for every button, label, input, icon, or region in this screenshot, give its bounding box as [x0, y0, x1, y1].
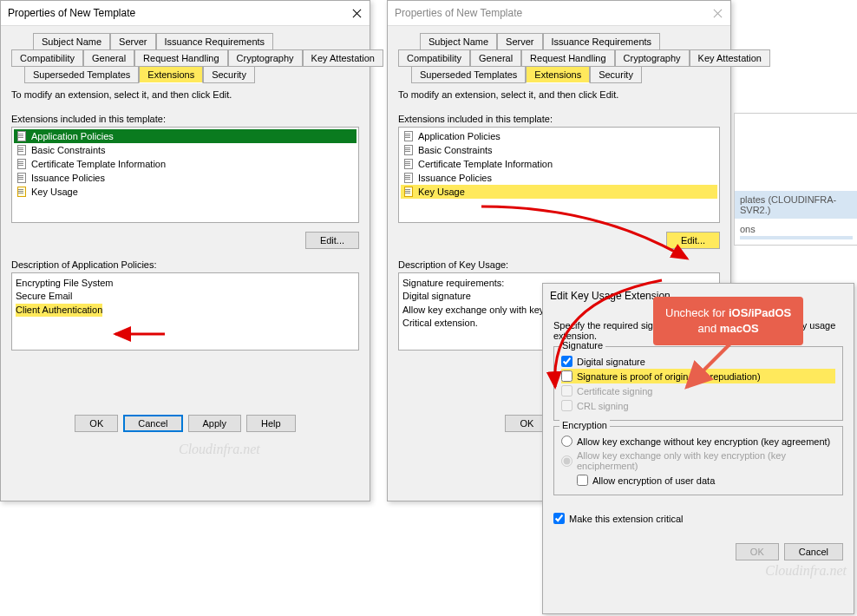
- close-icon[interactable]: [351, 8, 363, 19]
- title: Properties of New Template: [395, 7, 712, 19]
- tab-security[interactable]: Security: [203, 66, 255, 83]
- cert-icon: [16, 158, 28, 170]
- rd-key-agreement[interactable]: Allow key exchange without key encryptio…: [561, 434, 835, 449]
- ok-button[interactable]: OK: [75, 415, 118, 432]
- tab-strip: Subject Name Server Issuance Requirement…: [11, 33, 359, 83]
- ck-make-critical[interactable]: Make this extension critical: [553, 511, 843, 526]
- tab-server[interactable]: Server: [497, 33, 542, 50]
- item-app-policies[interactable]: Application Policies: [401, 129, 717, 143]
- title: Properties of New Template: [8, 7, 351, 19]
- group-label: Signature: [559, 340, 605, 351]
- apply-button[interactable]: Apply: [188, 415, 242, 432]
- panel-header: plates (CLOUDINFRA-SVR2.): [735, 191, 857, 219]
- group-encryption: Encryption Allow key exchange without ke…: [553, 426, 843, 495]
- item-issuance-policies[interactable]: Issuance Policies: [401, 171, 717, 185]
- group-label: Encryption: [559, 420, 610, 430]
- tab-general[interactable]: General: [83, 49, 134, 67]
- desc-client-auth: Client Authentication: [16, 304, 102, 317]
- extensions-list[interactable]: Application Policies Basic Constraints C…: [11, 127, 359, 223]
- item-basic-constraints[interactable]: Basic Constraints: [14, 143, 357, 157]
- tab-superseded[interactable]: Superseded Templates: [411, 66, 526, 83]
- rd-key-encipherment: Allow key exchange only with key encrypt…: [561, 449, 835, 473]
- extensions-list[interactable]: Application Policies Basic Constraints C…: [398, 127, 720, 223]
- tab-key-att[interactable]: Key Attestation: [690, 49, 770, 67]
- tab-issuance-req[interactable]: Issuance Requirements: [156, 33, 274, 50]
- tab-extensions[interactable]: Extensions: [526, 66, 590, 83]
- cert-icon: [16, 186, 28, 198]
- cert-icon: [402, 130, 415, 142]
- item-key-usage[interactable]: Key Usage: [401, 185, 717, 199]
- tab-issuance-req[interactable]: Issuance Requirements: [543, 33, 661, 50]
- titlebar: Properties of New Template: [388, 1, 730, 26]
- desc-label: Description of Key Usage:: [398, 259, 720, 270]
- close-icon[interactable]: [712, 8, 723, 19]
- item-basic-constraints[interactable]: Basic Constraints: [401, 143, 717, 157]
- desc-box: Encrypting File System Secure Email Clie…: [11, 272, 359, 351]
- help-button[interactable]: Help: [246, 415, 296, 432]
- tab-request[interactable]: Request Handling: [134, 49, 227, 67]
- tab-compat[interactable]: Compatibility: [398, 49, 470, 67]
- tab-general[interactable]: General: [470, 49, 521, 67]
- cert-icon: [402, 144, 415, 156]
- item-cert-info[interactable]: Certificate Template Information: [401, 157, 717, 171]
- group-signature: Signature Digital signature Signature is…: [553, 346, 843, 421]
- tab-superseded[interactable]: Superseded Templates: [24, 66, 139, 83]
- dialog-app-policies: Properties of New Template Subject Name …: [0, 0, 370, 501]
- help-text: To modify an extension, select it, and t…: [398, 89, 720, 100]
- ck-enc-user-data[interactable]: Allow encryption of user data: [577, 473, 835, 488]
- cert-icon: [16, 130, 28, 142]
- tab-request[interactable]: Request Handling: [521, 49, 614, 67]
- list-label: Extensions included in this template:: [398, 114, 720, 124]
- ck-crl-signing: CRL signing: [561, 398, 835, 413]
- watermark: Cloudinfra.net: [179, 442, 260, 457]
- tab-security[interactable]: Security: [590, 66, 642, 83]
- cert-icon: [402, 186, 415, 198]
- panel-row[interactable]: [740, 236, 853, 239]
- cert-icon: [16, 172, 28, 184]
- cert-icon: [16, 144, 28, 156]
- item-app-policies[interactable]: Application Policies: [14, 129, 357, 143]
- tab-subject-name[interactable]: Subject Name: [420, 33, 497, 50]
- tab-server[interactable]: Server: [110, 33, 155, 50]
- cert-icon: [402, 172, 415, 184]
- titlebar: Properties of New Template: [1, 1, 370, 26]
- ok-button[interactable]: OK: [736, 543, 779, 560]
- tab-key-att[interactable]: Key Attestation: [303, 49, 383, 67]
- edit-button[interactable]: Edit...: [305, 232, 359, 249]
- tab-crypto[interactable]: Cryptography: [615, 49, 690, 67]
- item-key-usage[interactable]: Key Usage: [14, 185, 357, 199]
- callout: Uncheck for iOS/iPadOSand macOS: [653, 297, 803, 345]
- list-label: Extensions included in this template:: [11, 114, 359, 124]
- ck-cert-signing: Certificate signing: [561, 383, 835, 398]
- cancel-button[interactable]: Cancel: [123, 415, 182, 432]
- cancel-button[interactable]: Cancel: [784, 543, 843, 560]
- desc-label: Description of Application Policies:: [11, 259, 359, 270]
- tab-strip: Subject Name Server Issuance Requirement…: [398, 33, 720, 83]
- ck-nonrepudiation[interactable]: Signature is proof of origin (nonrepudia…: [561, 369, 835, 383]
- templates-panel: plates (CLOUDINFRA-SVR2.) ons: [734, 113, 857, 246]
- tab-crypto[interactable]: Cryptography: [228, 49, 303, 67]
- tab-compat[interactable]: Compatibility: [11, 49, 83, 67]
- ck-digital-sig[interactable]: Digital signature: [561, 354, 835, 369]
- edit-button[interactable]: Edit...: [666, 232, 720, 249]
- help-text: To modify an extension, select it, and t…: [11, 89, 359, 100]
- item-issuance-policies[interactable]: Issuance Policies: [14, 171, 357, 185]
- item-cert-info[interactable]: Certificate Template Information: [14, 157, 357, 171]
- tab-extensions[interactable]: Extensions: [139, 66, 203, 83]
- panel-row[interactable]: ons: [740, 222, 853, 236]
- tab-subject-name[interactable]: Subject Name: [33, 33, 110, 50]
- cert-icon: [402, 158, 415, 170]
